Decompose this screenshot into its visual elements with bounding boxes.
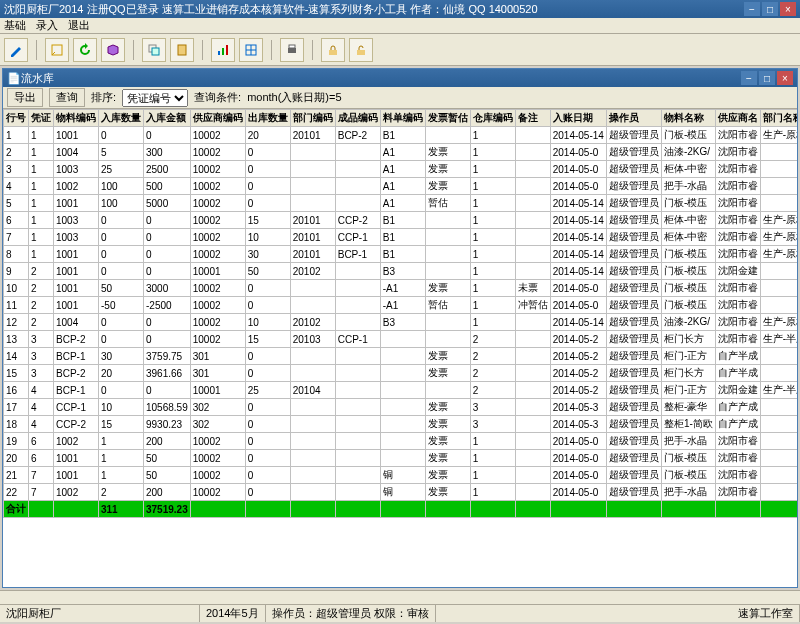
table-cell[interactable] [335, 382, 380, 399]
table-cell[interactable] [380, 365, 425, 382]
table-cell[interactable]: 2014-05-0 [550, 161, 606, 178]
table-cell[interactable]: 2014-05-0 [550, 467, 606, 484]
table-cell[interactable]: 0 [144, 246, 191, 263]
table-cell[interactable]: 3961.66 [144, 365, 191, 382]
table-cell[interactable]: 0 [99, 246, 144, 263]
table-cell[interactable] [760, 263, 797, 280]
table-cell[interactable]: 300 [144, 144, 191, 161]
table-cell[interactable]: 10002 [190, 127, 245, 144]
table-cell[interactable]: 1004 [54, 314, 99, 331]
table-wrap[interactable]: 行号凭证物料编码入库数量入库金额供应商编码出库数量部门编码成品编码料单编码发票暂… [3, 109, 797, 587]
table-cell[interactable]: BCP-2 [54, 331, 99, 348]
table-cell[interactable]: BCP-1 [335, 246, 380, 263]
table-cell[interactable]: 10002 [190, 331, 245, 348]
table-cell[interactable] [515, 399, 550, 416]
table-cell[interactable] [515, 212, 550, 229]
table-cell[interactable] [290, 280, 335, 297]
table-cell[interactable] [515, 331, 550, 348]
table-cell[interactable]: 柜门-正方 [661, 382, 715, 399]
table-cell[interactable]: 4 [29, 399, 54, 416]
table-cell[interactable]: 15 [245, 331, 290, 348]
table-cell[interactable]: 1001 [54, 280, 99, 297]
table-cell[interactable]: 1 [470, 246, 515, 263]
table-cell[interactable] [290, 161, 335, 178]
search-button[interactable]: 查询 [49, 88, 85, 107]
table-cell[interactable]: 发票 [425, 416, 470, 433]
table-cell[interactable]: 10568.59 [144, 399, 191, 416]
table-cell[interactable] [380, 331, 425, 348]
table-cell[interactable]: 10002 [190, 212, 245, 229]
table-cell[interactable]: 超级管理员 [606, 246, 661, 263]
table-cell[interactable]: 生产-原材 [760, 212, 797, 229]
table-cell[interactable]: 3 [470, 416, 515, 433]
table-cell[interactable]: 自产半成 [715, 348, 760, 365]
table-cell[interactable] [760, 467, 797, 484]
table-cell[interactable]: 10002 [190, 484, 245, 501]
table-cell[interactable]: 沈阳市睿 [715, 161, 760, 178]
scrollbar-area[interactable] [0, 590, 800, 604]
table-cell[interactable]: 1 [29, 212, 54, 229]
table-cell[interactable] [335, 178, 380, 195]
table-cell[interactable]: 把手-水晶 [661, 433, 715, 450]
table-cell[interactable]: 暂估 [425, 297, 470, 314]
table-cell[interactable]: 发票 [425, 365, 470, 382]
table-cell[interactable]: 2014-05-2 [550, 382, 606, 399]
table-cell[interactable]: 2014-05-14 [550, 229, 606, 246]
table-cell[interactable]: 15 [99, 416, 144, 433]
table-cell[interactable]: 20102 [290, 263, 335, 280]
table-cell[interactable]: 5 [99, 144, 144, 161]
column-header[interactable]: 物料编码 [54, 110, 99, 127]
table-cell[interactable]: 沈阳市睿 [715, 144, 760, 161]
table-cell[interactable] [335, 484, 380, 501]
table-cell[interactable]: 1 [29, 144, 54, 161]
table-cell[interactable]: 0 [245, 348, 290, 365]
table-cell[interactable]: 超级管理员 [606, 195, 661, 212]
table-cell[interactable]: 2014-05-0 [550, 450, 606, 467]
table-cell[interactable]: 20101 [290, 246, 335, 263]
table-cell[interactable] [335, 280, 380, 297]
table-cell[interactable]: 14 [4, 348, 29, 365]
table-cell[interactable]: 超级管理员 [606, 365, 661, 382]
table-cell[interactable]: 10002 [190, 297, 245, 314]
table-cell[interactable]: 10 [99, 399, 144, 416]
table-cell[interactable] [760, 280, 797, 297]
table-cell[interactable]: 1 [470, 433, 515, 450]
table-cell[interactable]: 30 [99, 348, 144, 365]
table-cell[interactable]: 1 [470, 484, 515, 501]
table-cell[interactable]: 1 [29, 161, 54, 178]
table-cell[interactable]: 2014-05-14 [550, 263, 606, 280]
table-cell[interactable] [335, 399, 380, 416]
table-cell[interactable] [290, 178, 335, 195]
column-header[interactable]: 出库数量 [245, 110, 290, 127]
table-cell[interactable]: 1003 [54, 212, 99, 229]
column-header[interactable]: 物料名称 [661, 110, 715, 127]
table-cell[interactable]: 1001 [54, 450, 99, 467]
table-cell[interactable] [760, 348, 797, 365]
table-cell[interactable]: 0 [99, 127, 144, 144]
table-cell[interactable] [335, 433, 380, 450]
table-cell[interactable]: 20 [4, 450, 29, 467]
table-cell[interactable]: 302 [190, 399, 245, 416]
table-cell[interactable]: 10002 [190, 161, 245, 178]
table-cell[interactable] [290, 467, 335, 484]
table-cell[interactable]: 2 [29, 314, 54, 331]
table-cell[interactable]: 1002 [54, 484, 99, 501]
table-cell[interactable]: 1 [470, 263, 515, 280]
table-cell[interactable]: 11 [4, 297, 29, 314]
table-row[interactable]: 2061001150100020发票12014-05-0超级管理员门板-模压沈阳… [4, 450, 798, 467]
table-cell[interactable]: 6 [4, 212, 29, 229]
table-cell[interactable]: 8 [4, 246, 29, 263]
table-row[interactable]: 19610021200100020发票12014-05-0超级管理员把手-水晶沈… [4, 433, 798, 450]
table-cell[interactable] [760, 144, 797, 161]
table-cell[interactable]: 1001 [54, 195, 99, 212]
table-cell[interactable]: 发票 [425, 484, 470, 501]
table-cell[interactable]: 9 [4, 263, 29, 280]
table-cell[interactable] [760, 433, 797, 450]
table-cell[interactable]: 发票 [425, 348, 470, 365]
menu-exit[interactable]: 退出 [68, 18, 90, 33]
table-cell[interactable] [335, 467, 380, 484]
table-cell[interactable]: 油漆-2KG/ [661, 144, 715, 161]
child-maximize-button[interactable]: □ [759, 71, 775, 85]
table-cell[interactable] [335, 348, 380, 365]
tool-refresh[interactable] [73, 38, 97, 62]
